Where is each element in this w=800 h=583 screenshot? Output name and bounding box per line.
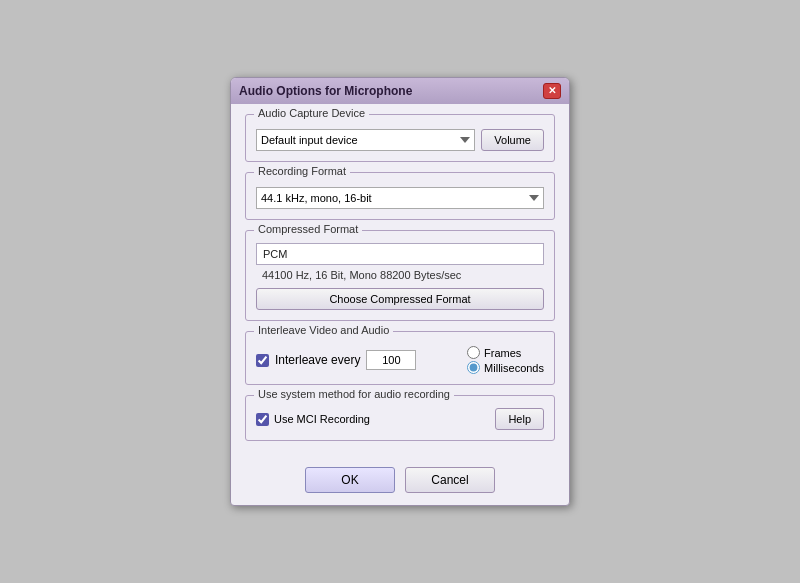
compressed-format-label: Compressed Format: [254, 223, 362, 235]
close-button[interactable]: ✕: [543, 83, 561, 99]
audio-capture-group: Audio Capture Device Default input devic…: [245, 114, 555, 162]
audio-device-select[interactable]: Default input device: [256, 129, 475, 151]
interleave-label: Interleave Video and Audio: [254, 324, 393, 336]
interleave-value-input[interactable]: [366, 350, 416, 370]
recording-format-select[interactable]: 44.1 kHz, mono, 16-bit: [256, 187, 544, 209]
frames-radio-label: Frames: [467, 346, 544, 359]
dialog-window: Audio Options for Microphone ✕ Audio Cap…: [230, 77, 570, 506]
mci-label: Use MCI Recording: [256, 413, 370, 426]
interleave-checkbox[interactable]: [256, 354, 269, 367]
system-method-row: Use MCI Recording Help: [256, 408, 544, 430]
interleave-every-label: Interleave every: [275, 353, 360, 367]
dialog-title: Audio Options for Microphone: [239, 84, 412, 98]
title-bar: Audio Options for Microphone ✕: [231, 78, 569, 104]
compressed-format-name: PCM: [256, 243, 544, 265]
compressed-format-detail: 44100 Hz, 16 Bit, Mono 88200 Bytes/sec: [256, 268, 544, 282]
audio-capture-label: Audio Capture Device: [254, 107, 369, 119]
interleave-radio-group: Frames Milliseconds: [467, 346, 544, 374]
compressed-format-group: Compressed Format PCM 44100 Hz, 16 Bit, …: [245, 230, 555, 321]
dialog-body: Audio Capture Device Default input devic…: [231, 104, 569, 461]
frames-radio[interactable]: [467, 346, 480, 359]
recording-format-label: Recording Format: [254, 165, 350, 177]
ok-button[interactable]: OK: [305, 467, 395, 493]
milliseconds-radio[interactable]: [467, 361, 480, 374]
milliseconds-radio-label: Milliseconds: [467, 361, 544, 374]
recording-format-group: Recording Format 44.1 kHz, mono, 16-bit: [245, 172, 555, 220]
system-method-group: Use system method for audio recording Us…: [245, 395, 555, 441]
system-method-label: Use system method for audio recording: [254, 388, 454, 400]
milliseconds-label: Milliseconds: [484, 362, 544, 374]
mci-checkbox[interactable]: [256, 413, 269, 426]
recording-format-row: 44.1 kHz, mono, 16-bit: [256, 187, 544, 209]
interleave-group: Interleave Video and Audio Interleave ev…: [245, 331, 555, 385]
mci-label-text: Use MCI Recording: [274, 413, 370, 425]
cancel-button[interactable]: Cancel: [405, 467, 495, 493]
audio-capture-row: Default input device Volume: [256, 129, 544, 151]
help-button[interactable]: Help: [495, 408, 544, 430]
choose-compressed-format-button[interactable]: Choose Compressed Format: [256, 288, 544, 310]
volume-button[interactable]: Volume: [481, 129, 544, 151]
footer-buttons: OK Cancel: [231, 461, 569, 505]
frames-label: Frames: [484, 347, 521, 359]
interleave-row: Interleave every Frames Milliseconds: [256, 346, 544, 374]
